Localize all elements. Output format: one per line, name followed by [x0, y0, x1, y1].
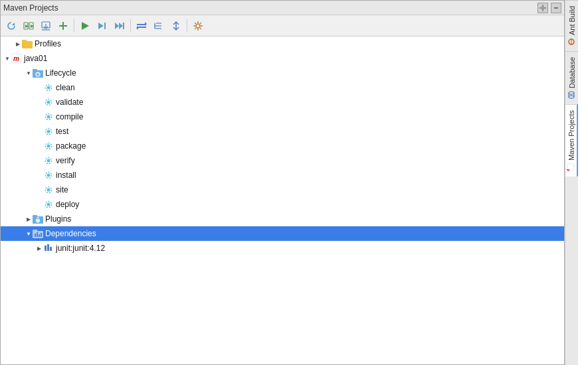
tree-item-lifecycle[interactable]: Lifecycle [1, 66, 564, 80]
gear-icon-verify [43, 155, 54, 166]
svg-point-0 [541, 7, 544, 9]
separator-2 [130, 19, 131, 33]
ant-build-tab[interactable]: Ant Build [565, 0, 578, 51]
lifecycle-label: Lifecycle [45, 68, 76, 78]
title-bar: Maven Projects [1, 1, 564, 15]
run-all-button[interactable] [21, 18, 37, 34]
folder-icon [22, 38, 33, 49]
skip-tests-button[interactable] [94, 18, 110, 34]
svg-point-85 [569, 96, 575, 98]
svg-rect-76 [41, 233, 42, 237]
ant-build-tab-label: Ant Build [568, 6, 576, 35]
package-label: package [56, 141, 86, 151]
svg-point-51 [47, 101, 50, 104]
tree-item-compile[interactable]: compile [1, 110, 564, 124]
deps-folder-icon [33, 228, 43, 239]
maven-projects-tab-label: Maven Projects [567, 110, 575, 161]
svg-marker-24 [145, 22, 147, 26]
tree-item-deploy[interactable]: deploy [1, 197, 564, 212]
compile-label: compile [56, 112, 83, 121]
tree-item-dependencies[interactable]: Dependencies [1, 226, 564, 241]
svg-point-59 [47, 159, 50, 163]
svg-point-53 [47, 115, 50, 119]
toolbar [1, 15, 564, 36]
toggle-lifecycle[interactable] [25, 69, 33, 77]
svg-rect-72 [33, 230, 37, 232]
maven-projects-tab[interactable]: m Maven Projects [565, 104, 578, 177]
title-bar-buttons [538, 3, 561, 13]
svg-rect-47 [33, 69, 37, 72]
svg-marker-20 [119, 23, 123, 29]
svg-text:m: m [567, 169, 571, 171]
svg-rect-79 [50, 247, 52, 251]
clean-label: clean [56, 83, 75, 92]
svg-rect-22 [137, 24, 146, 25]
separator-3 [187, 19, 187, 33]
tree-item-java01[interactable]: m java01 [1, 51, 564, 66]
svg-point-33 [196, 24, 200, 28]
svg-rect-77 [45, 246, 47, 251]
gear-icon-deploy [43, 199, 54, 210]
svg-point-55 [47, 130, 50, 133]
run-button[interactable] [77, 18, 93, 34]
gear-icon-package [43, 141, 54, 151]
test-label: test [56, 127, 68, 136]
dependencies-label: Dependencies [45, 229, 96, 238]
svg-point-65 [47, 203, 50, 206]
svg-point-57 [47, 145, 50, 148]
database-tab-label: Database [568, 57, 576, 88]
collapse-button[interactable] [168, 18, 184, 34]
maven-settings-button[interactable] [190, 18, 206, 34]
toggle-plugins[interactable] [25, 215, 33, 223]
database-tab[interactable]: Database [565, 51, 578, 104]
toggle-junit[interactable] [35, 244, 43, 252]
tree-item-clean[interactable]: clean [1, 80, 564, 95]
skip-all-button[interactable] [112, 18, 128, 34]
tree-item-test[interactable]: test [1, 124, 564, 139]
plugins-label: Plugins [45, 214, 71, 224]
tree-item-install[interactable]: install [1, 168, 564, 183]
svg-point-49 [47, 86, 50, 90]
tree-item-site[interactable]: site [1, 183, 564, 197]
svg-rect-73 [35, 234, 36, 237]
tree-item-profiles[interactable]: Profiles [1, 36, 564, 51]
tree-item-verify[interactable]: verify [1, 153, 564, 168]
tree-item-package[interactable]: package [1, 139, 564, 153]
deploy-label: deploy [56, 200, 79, 209]
verify-label: verify [56, 156, 75, 165]
svg-line-38 [195, 23, 196, 24]
tree-button[interactable] [151, 18, 167, 34]
maven-projects-panel: Maven Projects [0, 0, 565, 365]
toggle-java01[interactable] [3, 54, 11, 62]
plugins-folder-icon [33, 214, 43, 224]
svg-marker-6 [12, 23, 15, 25]
tree-item-plugins[interactable]: Plugins [1, 212, 564, 226]
svg-point-63 [47, 188, 50, 192]
svg-rect-23 [137, 27, 146, 28]
svg-rect-74 [37, 232, 38, 237]
toggle-profiles[interactable] [14, 40, 22, 48]
tree-area: Profiles m java01 [1, 36, 564, 364]
hide-btn[interactable] [551, 3, 561, 13]
download-button[interactable] [38, 18, 54, 34]
add-button[interactable] [55, 18, 71, 34]
java01-label: java01 [24, 54, 47, 63]
svg-marker-17 [98, 23, 104, 29]
update-button[interactable] [134, 18, 149, 34]
gear-icon-validate [43, 97, 54, 108]
svg-rect-68 [33, 215, 37, 218]
gear-icon-compile [43, 111, 54, 122]
svg-point-61 [47, 174, 50, 177]
toggle-dependencies[interactable] [25, 230, 33, 238]
tree-item-junit[interactable]: junit:junit:4.12 [1, 241, 564, 256]
tree-item-validate[interactable]: validate [1, 95, 564, 110]
separator-1 [74, 19, 74, 33]
svg-marker-16 [82, 22, 89, 30]
profiles-label: Profiles [35, 39, 61, 48]
refresh-button[interactable] [3, 18, 19, 34]
right-side-tabs: Ant Build Database m Maven Projects [565, 0, 578, 365]
validate-label: validate [56, 98, 83, 107]
window-title: Maven Projects [3, 3, 58, 13]
svg-line-39 [200, 28, 201, 29]
settings-title-btn[interactable] [538, 3, 548, 13]
